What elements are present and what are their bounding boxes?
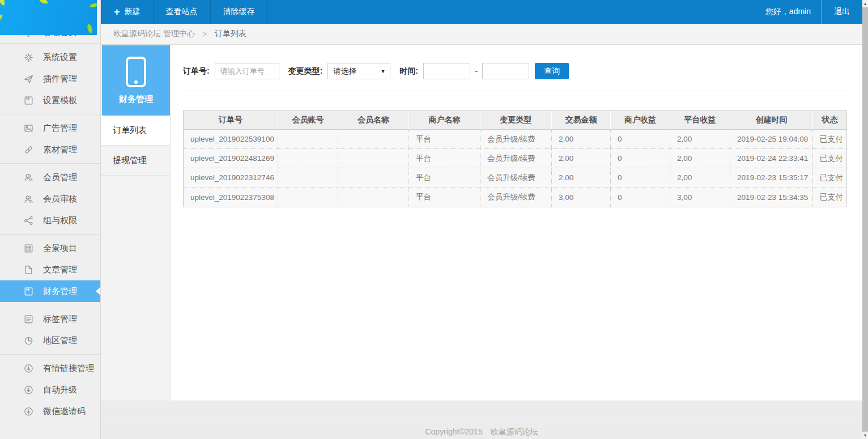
main-content: 订单号: 变更类型: 请选择 ▼ 时间: - 查询 订单号 会员账号 会员名称 (171, 45, 862, 400)
time-start-input[interactable] (423, 63, 470, 79)
table-row: uplevel_2019022539100 平台 会员升级/续费 2,00 0 … (184, 130, 846, 149)
clear-cache-button[interactable]: 清除缓存 (211, 0, 268, 24)
paper-plane-icon (24, 74, 33, 84)
cell-merchant-revenue: 0 (610, 149, 670, 168)
sidebar-item-panorama-projects[interactable]: 全景项目 (0, 237, 100, 259)
sidebar-item-wechat-invite-code[interactable]: 微信邀请码 (0, 400, 100, 422)
cell-status: 已支付 (812, 168, 846, 187)
cell-member-name (338, 149, 409, 168)
divider (183, 91, 850, 91)
cell-created-time: 2019-02-23 15:35:17 (730, 168, 812, 187)
cell-transaction-amount: 2,00 (551, 149, 610, 168)
cell-transaction-amount: 3,00 (551, 187, 610, 207)
cell-transaction-amount: 2,00 (551, 130, 610, 149)
cell-status: 已支付 (812, 149, 846, 168)
sidebar-item-label: 素材管理 (43, 144, 77, 155)
users-icon (24, 173, 33, 182)
table-row: uplevel_2019022375308 平台 会员升级/续费 3,00 0 … (184, 187, 846, 207)
subpanel-item-withdraw-management[interactable]: 提现管理 (101, 146, 170, 176)
finance-subpanel: 财务管理 订单列表 提现管理 (101, 45, 171, 400)
cell-merchant-revenue: 0 (610, 130, 670, 149)
sidebar-item-groups-permissions[interactable]: 组与权限 (0, 210, 100, 231)
sidebar-item-label: 全景项目 (43, 243, 77, 254)
cell-change-type: 会员升级/续费 (480, 168, 551, 187)
sidebar-item-label: 微信邀请码 (43, 406, 86, 417)
breadcrumb-site[interactable]: 欧皇源码论坛 管理中心 (113, 29, 195, 39)
sidebar-item-member-management[interactable]: 会员管理 (0, 167, 100, 188)
view-site-button[interactable]: 查看站点 (154, 0, 211, 24)
cell-order-number: uplevel_2019022312746 (184, 168, 278, 187)
col-header-member-name: 会员名称 (338, 111, 409, 130)
leaf-decoration (39, 0, 48, 6)
subpanel-item-order-list[interactable]: 订单列表 (101, 116, 170, 146)
orders-table-wrap: 订单号 会员账号 会员名称 商户名称 变更类型 交易金额 商户收益 平台收益 创… (183, 110, 850, 207)
cell-merchant-name: 平台 (409, 168, 480, 187)
change-type-label: 变更类型: (288, 66, 323, 76)
change-type-select[interactable]: 请选择 ▼ (327, 63, 390, 79)
vertical-scrollbar[interactable]: ▲ ▼ (862, 0, 868, 439)
cell-member-account (278, 187, 338, 207)
cell-platform-revenue: 2,00 (670, 130, 730, 149)
cell-merchant-name: 平台 (409, 187, 480, 207)
sidebar-item-finance-management[interactable]: 财务管理 (0, 280, 100, 302)
cell-member-account (278, 168, 338, 187)
table-header-row: 订单号 会员账号 会员名称 商户名称 变更类型 交易金额 商户收益 平台收益 创… (184, 111, 846, 130)
col-header-change-type: 变更类型 (480, 111, 551, 130)
leaf-decoration (0, 0, 7, 6)
users-icon (24, 194, 33, 204)
file-icon (24, 265, 33, 275)
cell-member-account (278, 130, 338, 149)
sidebar-item-template-settings[interactable]: 设置模板 (0, 89, 100, 111)
sidebar-item-auto-upgrade[interactable]: 自动升级 (0, 379, 100, 400)
scrollbar-thumb[interactable] (862, 7, 868, 432)
sidebar-item-friend-links[interactable]: 有情链接管理 (0, 357, 100, 379)
cell-change-type: 会员升级/续费 (480, 130, 551, 149)
scroll-up-icon[interactable]: ▲ (862, 0, 868, 7)
sidebar-item-label: 地区管理 (43, 335, 77, 346)
col-header-order-number: 订单号 (184, 111, 278, 130)
cell-member-name (338, 168, 409, 187)
sidebar-item-system-settings[interactable]: 系统设置 (0, 46, 100, 68)
circle-down-arrow-icon (24, 385, 33, 395)
sidebar-item-label: 自动升级 (43, 385, 77, 395)
search-button[interactable]: 查询 (535, 63, 569, 79)
time-end-input[interactable] (482, 63, 529, 79)
chevron-down-icon: ▼ (380, 69, 385, 74)
cell-order-number: uplevel_2019022481269 (184, 149, 278, 168)
cell-change-type: 会员升级/续费 (480, 187, 551, 207)
order-number-input[interactable] (215, 63, 279, 79)
logout-button[interactable]: 退出 (821, 0, 862, 24)
sidebar-item-plugin-management[interactable]: 插件管理 (0, 68, 100, 89)
sidebar-item-material-management[interactable]: 素材管理 (0, 139, 100, 160)
breadcrumb-current: 订单列表 (215, 29, 246, 39)
scroll-down-icon[interactable]: ▼ (862, 432, 868, 439)
subpanel-header: 财务管理 (102, 45, 170, 116)
cell-merchant-name: 平台 (409, 130, 480, 149)
cell-order-number: uplevel_2019022375308 (184, 187, 278, 207)
orders-table: 订单号 会员账号 会员名称 商户名称 变更类型 交易金额 商户收益 平台收益 创… (183, 110, 847, 207)
book-icon (24, 96, 33, 105)
copyright-text: Copyright©2015 欧皇源码论坛 (101, 427, 862, 437)
topbar: + 新建 查看站点 清除缓存 您好，admin 退出 (101, 0, 862, 24)
time-label: 时间: (399, 66, 418, 76)
sidebar-item-tag-management[interactable]: 标签管理 (0, 308, 100, 330)
sidebar-item-label: 插件管理 (43, 74, 77, 84)
sidebar-item-article-management[interactable]: 文章管理 (0, 259, 100, 280)
cell-order-number: uplevel_2019022539100 (184, 130, 278, 149)
cell-transaction-amount: 2,00 (551, 168, 610, 187)
cell-created-time: 2019-02-25 19:04:08 (730, 130, 812, 149)
order-number-label: 订单号: (183, 66, 210, 76)
cell-member-account (278, 149, 338, 168)
share-icon (24, 216, 33, 225)
pie-chart-icon (24, 336, 33, 346)
user-greeting: 您好，admin (755, 0, 821, 24)
new-button[interactable]: + 新建 (101, 0, 154, 24)
sidebar-item-label: 会员管理 (43, 172, 77, 183)
cell-merchant-revenue: 0 (610, 187, 670, 207)
sidebar-item-region-management[interactable]: 地区管理 (0, 330, 100, 351)
col-header-merchant-name: 商户名称 (409, 111, 480, 130)
sidebar-item-ad-management[interactable]: 广告管理 (0, 117, 100, 139)
sidebar-item-member-review[interactable]: 会员审核 (0, 188, 100, 210)
col-header-transaction-amount: 交易金额 (551, 111, 610, 130)
breadcrumb-separator-icon: > (203, 30, 207, 38)
